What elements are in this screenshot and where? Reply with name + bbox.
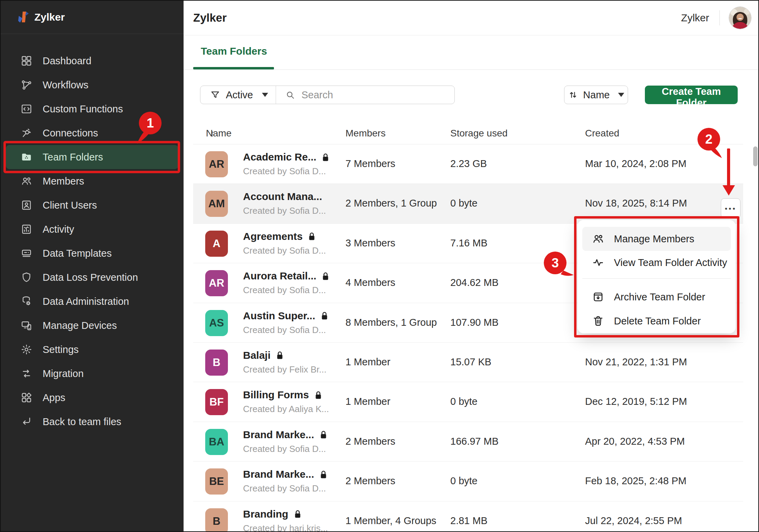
folder-name-block: Billing Forms Created by Aaliya K... <box>243 389 329 414</box>
logo-label: Zylker <box>34 11 65 23</box>
created-by: Created by Sofia D... <box>243 483 327 494</box>
sidebar-item-connections[interactable]: Connections <box>1 121 184 145</box>
created-by: Created by Felix Br... <box>243 364 327 375</box>
menu-item-delete[interactable]: Delete Team Folder <box>582 309 731 333</box>
sidebar-item-apps[interactable]: Apps <box>1 386 184 410</box>
members-cell: 1 Member <box>345 382 390 421</box>
menu-item-label: Archive Team Folder <box>614 291 705 303</box>
sidebar-item-data-templates[interactable]: Data Templates <box>1 241 184 265</box>
created-by: Created by Sofia D... <box>243 206 326 216</box>
sidebar-item-members[interactable]: Members <box>1 169 184 193</box>
sort-value: Name <box>583 89 609 101</box>
context-menu: Manage Members View Team Folder Activity… <box>578 220 736 333</box>
column-header-storage: Storage used <box>450 123 508 144</box>
create-team-folder-button[interactable]: Create Team Folder <box>645 86 738 104</box>
sidebar-item-label: Migration <box>43 368 84 379</box>
migration-icon <box>21 368 32 379</box>
sidebar-item-custom-functions[interactable]: Custom Functions <box>1 97 184 121</box>
lock-icon <box>321 311 328 321</box>
folder-name-block: Agreements Created by Sofia D... <box>243 231 326 256</box>
created-cell: Dec 12, 2019, 5:12 PM <box>585 382 687 421</box>
page-title: Zylker <box>193 1 227 35</box>
team-folders-table: AR Academic Re... Created by Sofia D... … <box>193 144 743 532</box>
sidebar-item-data-loss-prevention[interactable]: Data Loss Prevention <box>1 265 184 289</box>
members-cell: 2 Members, 1 Group <box>345 184 437 223</box>
storage-cell: 2.81 MB <box>450 501 487 532</box>
created-by: Created by Sofia D... <box>243 325 328 335</box>
table-row[interactable]: BF Billing Forms Created by Aaliya K... … <box>193 382 743 422</box>
sidebar-item-back-to-team-files[interactable]: Back to team files <box>1 410 184 434</box>
sidebar-item-data-administration[interactable]: Data Administration <box>1 289 184 313</box>
folder-name: Billing Forms <box>243 389 309 401</box>
storage-cell: 15.07 KB <box>450 343 491 382</box>
ellipsis-icon: ••• <box>725 205 736 212</box>
vertical-scrollbar-thumb[interactable] <box>753 146 758 166</box>
members-cell: 8 Members, 1 Group <box>345 303 437 342</box>
search-area <box>276 86 454 104</box>
sidebar-item-team-folders[interactable]: Team Folders <box>6 145 178 169</box>
table-row[interactable]: AM Account Mana... Created by Sofia D...… <box>193 184 743 223</box>
members-cell: 1 Member <box>345 343 390 382</box>
storage-cell: 0 byte <box>450 462 477 501</box>
storage-cell: 204.62 MB <box>450 263 498 302</box>
menu-item-archive[interactable]: Archive Team Folder <box>582 285 731 309</box>
lock-icon <box>294 510 301 519</box>
filter-value: Active <box>226 89 253 101</box>
client-users-icon <box>21 199 32 211</box>
sidebar-item-client-users[interactable]: Client Users <box>1 193 184 217</box>
chevron-down-icon <box>262 93 268 97</box>
lock-icon <box>276 351 284 360</box>
sidebar-item-migration[interactable]: Migration <box>1 362 184 386</box>
more-options-button[interactable]: ••• <box>721 198 740 218</box>
folder-name: Account Mana... <box>243 191 322 202</box>
sidebar-item-label: Custom Functions <box>43 103 123 115</box>
filter-dropdown[interactable]: Active <box>200 86 276 104</box>
data-templates-icon <box>21 247 32 259</box>
table-row[interactable]: AR Academic Re... Created by Sofia D... … <box>193 144 743 184</box>
user-avatar[interactable] <box>729 7 751 29</box>
account-name[interactable]: Zylker <box>681 12 709 24</box>
column-header-created: Created <box>585 123 619 144</box>
table-row[interactable]: B Balaji Created by Felix Br... 1 Member… <box>193 343 743 382</box>
search-input[interactable] <box>301 89 454 101</box>
table-header: Name↑ Members Storage used Created <box>193 123 743 144</box>
team-folders-icon <box>21 151 32 163</box>
sort-ascending-icon: ↑ <box>210 123 215 144</box>
sidebar-item-label: Team Folders <box>43 152 103 163</box>
lock-icon <box>320 470 327 479</box>
data-loss-prevention-icon <box>21 271 32 283</box>
sidebar-item-settings[interactable]: Settings <box>1 337 184 362</box>
storage-cell: 0 byte <box>450 382 477 421</box>
table-row[interactable]: BA Brand Marke... Created by Sofia D... … <box>193 422 743 462</box>
folder-avatar: AR <box>205 151 228 177</box>
custom-functions-icon <box>21 103 32 115</box>
created-by: Created by Aaliya K... <box>243 404 329 414</box>
lock-icon <box>322 272 329 281</box>
sidebar-item-workflows[interactable]: Workflows <box>1 73 184 97</box>
data-administration-icon <box>21 296 32 307</box>
logo-row: Zylker <box>1 1 184 34</box>
sidebar-item-activity[interactable]: Activity <box>1 217 184 241</box>
lock-icon <box>308 232 316 241</box>
folder-name-block: Academic Re... Created by Sofia D... <box>243 151 329 177</box>
activity-icon <box>21 223 32 235</box>
sort-dropdown[interactable]: Name <box>564 86 628 104</box>
tab-team-folders[interactable]: Team Folders <box>201 35 267 67</box>
members-icon <box>21 175 32 187</box>
account-area: Zylker <box>681 1 758 35</box>
sidebar-item-dashboard[interactable]: Dashboard <box>1 49 184 73</box>
sidebar-item-manage-devices[interactable]: Manage Devices <box>1 313 184 337</box>
menu-item-manage-members[interactable]: Manage Members <box>582 227 731 251</box>
folder-avatar: BF <box>205 389 228 415</box>
folder-avatar: AR <box>205 270 228 296</box>
sidebar-item-label: Settings <box>43 344 79 355</box>
sidebar-item-label: Activity <box>43 224 74 235</box>
folder-avatar: BA <box>205 429 228 455</box>
members-cell: 3 Members <box>345 224 395 263</box>
folder-name-block: Austin Super... Created by Sofia D... <box>243 310 328 335</box>
lock-icon <box>322 153 329 162</box>
menu-item-view-activity[interactable]: View Team Folder Activity <box>582 251 731 275</box>
table-row[interactable]: BE Brand Marke... Created by Sofia D... … <box>193 462 743 501</box>
table-row[interactable]: B Branding Created by hari.kris... 1 Mem… <box>193 501 743 532</box>
dashboard-icon <box>21 55 32 67</box>
